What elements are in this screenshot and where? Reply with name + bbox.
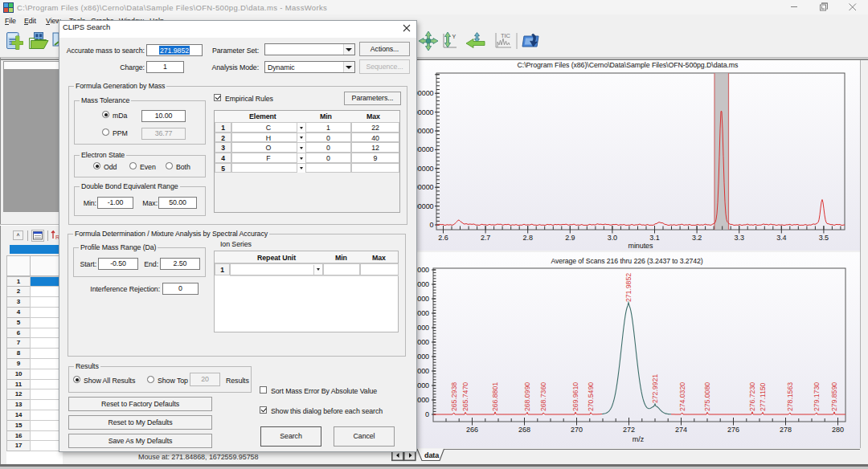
svg-text:275.0080: 275.0080 (703, 382, 711, 411)
svg-text:00000: 00000 (415, 89, 434, 97)
svg-text:274: 274 (675, 426, 687, 434)
svg-text:2.7: 2.7 (481, 234, 490, 242)
svg-text:3.5: 3.5 (819, 234, 829, 242)
svg-text:270: 270 (571, 426, 583, 434)
svg-text:TIC: TIC (501, 32, 511, 39)
svg-text:274.0320: 274.0320 (678, 382, 686, 411)
svg-text:C:\Program Files (x86)\Cerno\D: C:\Program Files (x86)\Cerno\Data\Sample… (518, 61, 739, 69)
svg-text:278: 278 (780, 426, 792, 434)
svg-text:276: 276 (727, 426, 739, 434)
svg-text:3.2: 3.2 (692, 234, 702, 242)
svg-text:270.5490: 270.5490 (587, 382, 595, 411)
svg-text:279.8590: 279.8590 (830, 382, 838, 411)
svg-text:00000: 00000 (415, 165, 434, 173)
svg-text:0: 0 (430, 221, 434, 229)
svg-text:272.9921: 272.9921 (651, 374, 659, 403)
svg-text:minutes: minutes (628, 242, 654, 250)
svg-text:00000: 00000 (415, 202, 434, 210)
svg-text:276.7230: 276.7230 (748, 382, 756, 411)
svg-text:266: 266 (466, 426, 478, 434)
svg-text:m/z: m/z (633, 435, 645, 443)
svg-text:00000: 00000 (415, 145, 434, 153)
svg-text:2.8: 2.8 (523, 234, 533, 242)
svg-text:268: 268 (518, 426, 530, 434)
svg-text:3.4: 3.4 (776, 234, 786, 242)
svg-text:266.8801: 266.8801 (491, 382, 499, 411)
svg-text:0: 0 (425, 410, 429, 418)
svg-text:3.0: 3.0 (608, 234, 617, 242)
svg-text:data: data (424, 451, 440, 459)
svg-text:269.9610: 269.9610 (571, 382, 579, 411)
svg-text:271.9852: 271.9852 (624, 273, 633, 302)
svg-text:268.7360: 268.7360 (539, 382, 547, 411)
svg-text:Y: Y (452, 34, 457, 39)
svg-text:277.1150: 277.1150 (759, 382, 767, 411)
svg-text:00000: 00000 (415, 108, 434, 116)
svg-text:00000: 00000 (415, 127, 434, 135)
svg-text:3.1: 3.1 (649, 234, 659, 242)
svg-text:2.6: 2.6 (438, 234, 448, 242)
svg-text:268.0990: 268.0990 (523, 382, 531, 411)
svg-text:279.1730: 279.1730 (813, 382, 821, 411)
svg-text:Average of Scans 216 thru 226: Average of Scans 216 thru 226 (3.2437 to… (551, 257, 702, 265)
svg-text:2.9: 2.9 (565, 234, 575, 242)
svg-text:272: 272 (623, 426, 635, 434)
svg-text:3.3: 3.3 (735, 234, 744, 242)
svg-text:265.2938: 265.2938 (450, 382, 458, 411)
svg-text:278.1563: 278.1563 (786, 382, 794, 411)
svg-text:280: 280 (832, 426, 844, 434)
svg-text:265.7470: 265.7470 (461, 382, 469, 411)
svg-text:00000: 00000 (415, 183, 434, 191)
